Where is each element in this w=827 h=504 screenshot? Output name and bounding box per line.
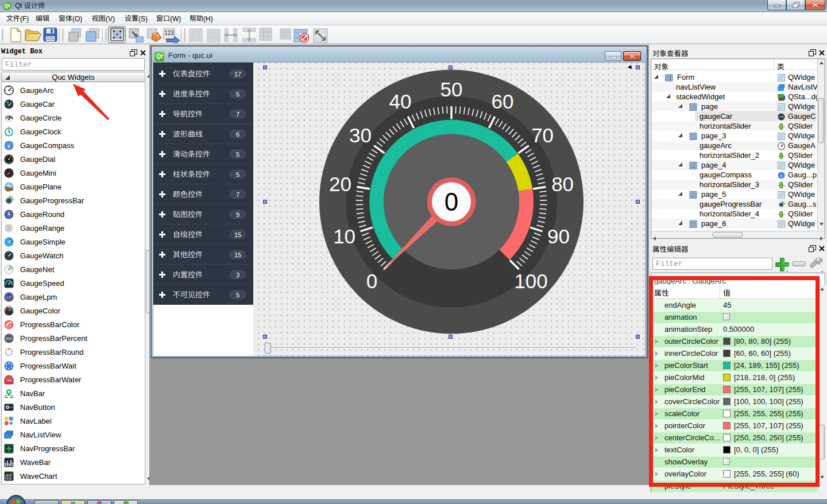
svg-text:100: 100 <box>514 270 547 292</box>
svg-text:10: 10 <box>333 225 355 247</box>
svg-text:0: 0 <box>366 270 377 292</box>
svg-text:50: 50 <box>440 78 463 100</box>
svg-text:30: 30 <box>349 124 372 146</box>
svg-text:60: 60 <box>492 90 514 113</box>
svg-text:20: 20 <box>329 173 351 195</box>
svg-text:80: 80 <box>551 173 574 195</box>
svg-text:70: 70 <box>531 124 554 146</box>
svg-text:40: 40 <box>389 90 412 113</box>
svg-text:90: 90 <box>547 225 570 247</box>
svg-text:0: 0 <box>445 188 458 216</box>
